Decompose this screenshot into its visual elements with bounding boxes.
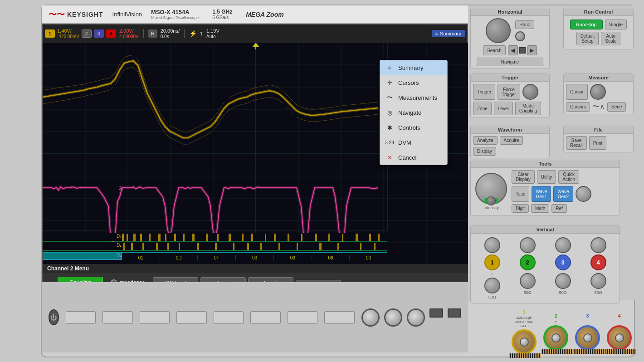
svg-rect-42 — [288, 234, 289, 241]
utility-button[interactable]: Utility — [537, 170, 556, 184]
ch3-bnc[interactable] — [575, 325, 600, 350]
ch2-connector-group: 2 Y — [543, 313, 568, 350]
display-button[interactable]: Display — [473, 147, 496, 156]
ch2-channel-btn[interactable]: 2 — [520, 254, 536, 270]
save-recall-button[interactable]: SaveRecall — [566, 136, 587, 150]
dropdown-item-cursors[interactable]: ✛ Cursors — [380, 75, 447, 90]
svg-marker-74 — [252, 43, 259, 47]
svg-rect-44 — [315, 234, 317, 241]
quick-action-button[interactable]: QuickAction — [558, 170, 579, 184]
ch3-channel-btn[interactable]: 3 — [555, 254, 571, 270]
tools-knob[interactable] — [576, 186, 591, 202]
ch3-scale-knob[interactable] — [555, 237, 571, 253]
measure-knob[interactable] — [590, 84, 606, 100]
summary-button[interactable]: ≡ Summary — [432, 30, 465, 37]
measure-section: Measure Cursor Cursors 〜 ∧ Serie — [563, 73, 634, 114]
force-trigger-button[interactable]: ForceTrigger — [498, 84, 520, 100]
zoom-knob[interactable] — [515, 31, 525, 41]
softkey-1[interactable] — [66, 311, 96, 324]
ch1-bnc-center — [520, 338, 529, 347]
softkey-7[interactable] — [288, 311, 318, 324]
svg-rect-49 — [378, 234, 380, 241]
ch4-bnc[interactable] — [607, 325, 632, 350]
ch1-scale: 1.40V/ — [57, 28, 79, 34]
ch1-channel-btn[interactable]: 1 — [484, 254, 500, 270]
h-badge[interactable]: H — [148, 29, 157, 38]
digit-button[interactable]: Digit — [512, 204, 529, 213]
softkey-2[interactable] — [102, 311, 133, 324]
navigate-button[interactable]: Navigate — [477, 58, 543, 66]
bus-byte-3: 0F — [198, 255, 236, 260]
cancel-menu-icon: ✕ — [385, 153, 394, 161]
ch4-badge[interactable]: 4 — [106, 29, 116, 38]
ch2-pos-knob[interactable] — [520, 273, 536, 289]
softkey-5[interactable] — [214, 311, 244, 324]
clear-display-button[interactable]: ClearDisplay — [512, 170, 535, 184]
channel-header: 1 1.40V/ -420.00mV 2 3 4 2.00V/ 4.00000V… — [43, 24, 467, 43]
ch2-bnc[interactable] — [543, 325, 568, 350]
intensity-inner-btn[interactable] — [484, 198, 498, 204]
ch2-scale-knob[interactable] — [520, 237, 536, 253]
dropdown-item-summary[interactable]: ≡ Summary — [380, 60, 447, 75]
ch4-channel-btn[interactable]: 4 — [590, 254, 606, 270]
trigger-button[interactable]: Trigger — [473, 84, 495, 100]
run-stop-button[interactable]: Run/Stop — [570, 20, 603, 29]
trig-info: 1.19V Auto — [206, 28, 220, 39]
ch1-pos-knob[interactable] — [484, 278, 500, 294]
power-button[interactable]: ⏻ — [49, 309, 59, 325]
serie-button[interactable]: Serie — [607, 102, 626, 112]
ch3-connector-group: 3 — [575, 313, 600, 350]
nav-stop-btn[interactable] — [519, 47, 526, 54]
trigger-knob[interactable] — [522, 84, 538, 100]
ch1-badge[interactable]: 1 — [45, 29, 55, 38]
ch4-pos-knob[interactable] — [590, 273, 606, 289]
ch1-scale-knob[interactable] — [484, 237, 500, 253]
zone-button[interactable]: Zone — [473, 102, 492, 115]
print-button[interactable]: Print — [589, 136, 607, 150]
freq-group: 1.5 GHz 5 GSa/s — [212, 9, 232, 20]
analyze-button[interactable]: Analyze — [473, 136, 498, 145]
dropdown-item-controls[interactable]: ✱ Controls — [380, 120, 447, 135]
default-setup-button[interactable]: DefaultSetup — [576, 32, 599, 45]
intensity-inner-knob[interactable] — [487, 196, 496, 205]
ch4-offset: 4.00000V — [119, 34, 139, 39]
softkey-4[interactable] — [176, 311, 207, 324]
trig-num: 1 — [200, 31, 203, 36]
horiz-button[interactable]: Horiz — [515, 20, 534, 29]
cursors-button[interactable]: Cursors — [566, 102, 590, 112]
ref-button[interactable]: Ref — [551, 204, 567, 213]
ch3-badge[interactable]: 3 — [94, 29, 104, 38]
search-button[interactable]: Search — [483, 45, 506, 55]
acquire-button[interactable]: Acquire — [500, 136, 523, 145]
cursor-button[interactable]: Cursor — [566, 84, 588, 100]
wave-gen2-button[interactable]: WaveGen2 — [553, 186, 573, 202]
softkey-3[interactable] — [140, 311, 170, 324]
horiz-buttons: Horiz — [515, 20, 534, 41]
softkey-8[interactable] — [324, 311, 355, 324]
scope-body: 〜〜 KEYSIGHT InfiniiVision MSO-X 4154A Mi… — [41, 5, 635, 357]
ch1-bnc[interactable] — [512, 329, 537, 354]
wave-gen1-button[interactable]: WaveGen1 — [532, 186, 551, 202]
auto-scale-button[interactable]: AutoScale — [601, 32, 620, 45]
nav-controls: ◀ ▶ — [508, 45, 537, 55]
level-button[interactable]: Level — [494, 102, 513, 115]
ch2-badge[interactable]: 2 — [82, 29, 92, 38]
dropdown-item-cancel[interactable]: ✕ Cancel — [380, 150, 447, 165]
dropdown-item-dvm[interactable]: 3.28 DVM — [380, 135, 447, 150]
dropdown-item-measurements[interactable]: 〜 Measurements — [380, 90, 447, 105]
single-button[interactable]: Single — [605, 20, 627, 29]
dropdown-item-navigate[interactable]: ◎ Navigate — [380, 105, 447, 120]
ch3-pos-knob[interactable] — [555, 273, 571, 289]
nav-left-btn[interactable]: ◀ — [508, 45, 518, 55]
mode-coupling-button[interactable]: ModeCoupling — [515, 102, 541, 115]
ch1-impedance: 50Ω — [488, 295, 496, 299]
ch2-pins — [541, 349, 573, 354]
touch-button[interactable]: Touc — [512, 186, 529, 202]
svg-rect-61 — [278, 243, 280, 250]
math-button[interactable]: Math — [531, 204, 549, 213]
nav-right-btn[interactable]: ▶ — [527, 45, 537, 55]
ch4-scale-knob[interactable] — [590, 237, 606, 253]
horiz-main-knob[interactable] — [486, 18, 511, 43]
ch4-impedance: 50Ω — [595, 290, 602, 295]
softkey-6[interactable] — [250, 311, 281, 324]
